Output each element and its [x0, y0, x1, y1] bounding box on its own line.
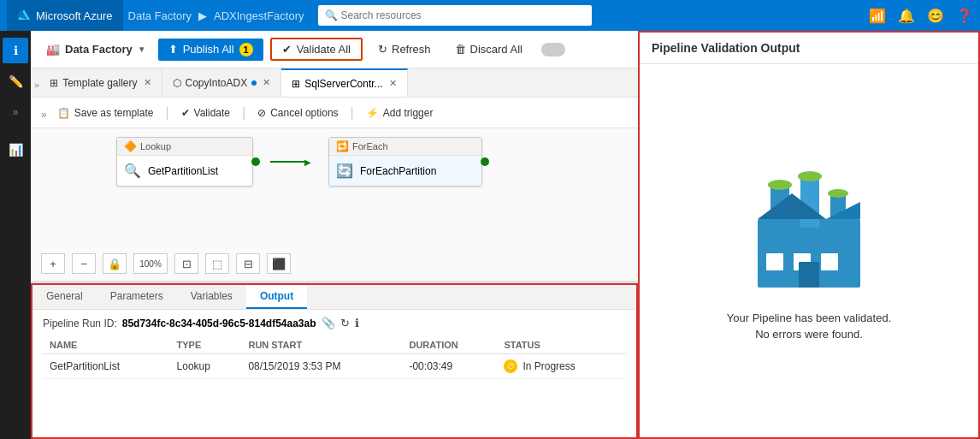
sidebar-item-monitor[interactable]: 📊 — [3, 137, 28, 163]
tab-parameters[interactable]: Parameters — [97, 285, 177, 309]
run-table: NAME TYPE RUN START DURATION STATUS GetP… — [43, 336, 626, 379]
lookup-node[interactable]: 🔶 Lookup 🔍 GetPartitionList — [116, 137, 253, 187]
svg-point-8 — [828, 189, 848, 198]
content-area: 🏭 Data Factory ▼ ⬆ Publish All 1 ✔ Valid… — [31, 31, 638, 439]
data-factory-dropdown[interactable]: 🏭 Data Factory ▼ — [41, 39, 151, 59]
main-layout: ℹ ✏️ » 📊 🏭 Data Factory ▼ ⬆ Publish All … — [0, 31, 980, 439]
add-node-button[interactable]: + — [41, 253, 65, 274]
search-input[interactable] — [341, 9, 585, 21]
refresh-run-icon[interactable]: ↻ — [340, 317, 350, 329]
checkmark-icon: ✔ — [282, 43, 292, 56]
remove-node-button[interactable]: − — [72, 253, 96, 274]
toolbar-row-1: 🏭 Data Factory ▼ ⬆ Publish All 1 ✔ Valid… — [31, 31, 638, 68]
tab-template-gallery-label: Template gallery — [62, 77, 137, 89]
status-label: In Progress — [522, 360, 575, 372]
tab-copy-label: CopyIntoADX — [186, 77, 248, 89]
pipeline-arrow — [270, 157, 311, 167]
tab-copy-close[interactable]: ✕ — [263, 77, 270, 88]
publish-all-button[interactable]: ⬆ Publish All 1 — [158, 39, 263, 61]
toggle-switch[interactable] — [541, 43, 565, 56]
toolbar2-chevron-icon[interactable]: » — [41, 109, 47, 121]
wifi-icon[interactable]: 📶 — [869, 8, 886, 24]
col-run-start: RUN START — [241, 336, 402, 354]
sidebar: ℹ ✏️ » 📊 — [0, 31, 31, 439]
foreach-type-icon: 🔁 — [336, 140, 349, 152]
tab-variables[interactable]: Variables — [177, 285, 246, 309]
breadcrumb-df: Data Factory — [128, 9, 192, 22]
tab-general[interactable]: General — [32, 285, 97, 309]
upload-icon: ⬆ — [168, 43, 178, 56]
pipeline-run-label: Pipeline Run ID: — [43, 317, 117, 329]
table-icon: ⊞ — [292, 78, 300, 90]
search-box[interactable]: 🔍 — [318, 5, 592, 26]
chevron-down-icon: ▼ — [138, 44, 146, 54]
lock-button[interactable]: 🔒 — [103, 253, 127, 274]
breadcrumb-factory: ADXIngestFactory — [214, 9, 304, 22]
validate-icon: ✔ — [181, 107, 190, 119]
pipeline-run-id-value: 85d734fc-8c34-405d-96c5-814df54aa3ab — [122, 317, 316, 329]
help-icon[interactable]: ❓ — [956, 8, 973, 24]
lookup-node-body: 🔍 GetPartitionList — [117, 156, 252, 186]
validation-line2: No errors were found. — [755, 328, 863, 341]
add-trigger-button[interactable]: ⚡ Add trigger — [359, 104, 440, 122]
validation-message: Your Pipeline has been validated. No err… — [727, 310, 892, 343]
lookup-connector-right — [251, 157, 260, 166]
svg-rect-11 — [821, 253, 838, 270]
lookup-node-header: 🔶 Lookup — [117, 138, 252, 156]
factory-illustration — [741, 159, 877, 296]
foreach-connector-right — [481, 157, 489, 166]
lookup-node-wrapper: 🔶 Lookup 🔍 GetPartitionList — [116, 137, 253, 187]
pipeline-run-row: Pipeline Run ID: 85d734fc-8c34-405d-96c5… — [43, 317, 626, 329]
add-trigger-label: Add trigger — [383, 107, 434, 119]
run-start: 08/15/2019 3:53 PM — [241, 354, 402, 379]
col-type: TYPE — [170, 336, 242, 354]
top-bar-actions: 📶 🔔 😊 ❓ — [869, 8, 973, 24]
lookup-node-type: Lookup — [140, 141, 171, 151]
run-link-icon[interactable]: 📎 — [322, 317, 335, 329]
tab-sqlserver[interactable]: ⊞ SqlServerContr... ✕ — [281, 68, 407, 97]
tab-copy-into-adx[interactable]: ⬡ CopyIntoADX ✕ — [162, 68, 282, 97]
tab-output[interactable]: Output — [246, 285, 307, 309]
tab-sqlserver-close[interactable]: ✕ — [389, 78, 397, 89]
table-row: GetPartitionList Lookup 08/15/2019 3:53 … — [43, 354, 626, 379]
bell-icon[interactable]: 🔔 — [898, 8, 915, 24]
zoom-100-button[interactable]: 100% — [133, 253, 168, 274]
pipeline-canvas[interactable]: 🔶 Lookup 🔍 GetPartitionList — [31, 128, 638, 281]
validation-title: Pipeline Validation Output — [640, 33, 978, 64]
foreach-node[interactable]: 🔁 ForEach 🔄 ForEachPartition — [328, 137, 482, 187]
settings-button[interactable]: ⬛ — [267, 253, 291, 274]
foreach-node-icon: 🔄 — [336, 163, 353, 179]
refresh-button[interactable]: ↻ Refresh — [369, 39, 440, 59]
tabs-row: » ⊞ Template gallery ✕ ⬡ CopyIntoADX ✕ ⊞… — [31, 68, 638, 98]
save-template-button[interactable]: 📋 Save as template — [50, 104, 161, 122]
foreach-node-type: ForEach — [352, 141, 388, 151]
run-info-icon[interactable]: ℹ — [355, 317, 359, 329]
publish-label: Publish All — [183, 43, 234, 56]
foreach-node-body: 🔄 ForEachPartition — [329, 156, 481, 186]
template-gallery-icon: ⊞ — [50, 77, 58, 89]
sidebar-item-info[interactable]: ℹ — [3, 38, 28, 63]
copy-icon: ⬡ — [173, 77, 181, 89]
cancel-options-button[interactable]: ⊘ Cancel options — [251, 104, 345, 122]
zoom-fit-button[interactable]: ⊡ — [174, 253, 198, 274]
tab-template-gallery-close[interactable]: ✕ — [144, 77, 151, 88]
face-icon[interactable]: 😊 — [927, 8, 944, 24]
discard-icon: 🗑 — [455, 43, 466, 56]
sidebar-item-edit[interactable]: ✏️ — [3, 68, 28, 94]
brand-name: Microsoft Azure — [36, 9, 113, 22]
run-type: Lookup — [170, 354, 242, 379]
run-duration: -00:03:49 — [402, 354, 497, 379]
status-dot: ⏱ — [504, 359, 517, 373]
tab-template-gallery[interactable]: ⊞ Template gallery ✕ — [39, 68, 162, 97]
layout-button[interactable]: ⊟ — [236, 253, 260, 274]
trigger-icon: ⚡ — [366, 107, 379, 119]
select-button[interactable]: ⬚ — [205, 253, 229, 274]
foreach-node-header: 🔁 ForEach — [329, 138, 481, 156]
validate-all-button[interactable]: ✔ Validate All — [270, 38, 363, 61]
top-bar: Microsoft Azure Data Factory ▶ ADXIngest… — [0, 0, 980, 31]
discard-all-button[interactable]: 🗑 Discard All — [446, 39, 531, 59]
validate-button[interactable]: ✔ Validate — [174, 104, 237, 122]
azure-logo-icon — [17, 9, 31, 22]
sidebar-chevron-expand[interactable]: » — [3, 99, 28, 125]
publish-badge: 1 — [239, 43, 253, 56]
